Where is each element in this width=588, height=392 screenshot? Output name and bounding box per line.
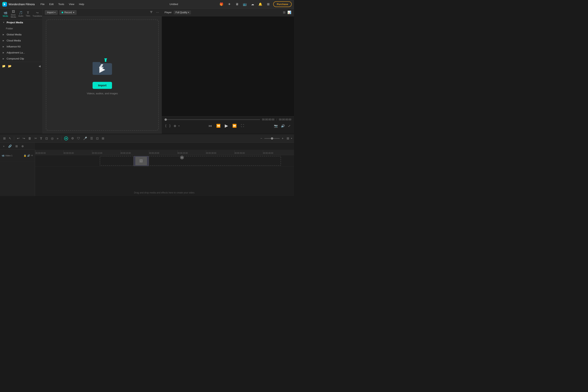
video-clip[interactable]: 🖼: [134, 156, 149, 166]
timeline-text-button[interactable]: T: [39, 136, 43, 141]
volume-button[interactable]: 🔊: [280, 123, 286, 128]
player-label: Player: [164, 11, 172, 14]
ruler-mark-3-label: 00:00:15:00: [120, 152, 131, 154]
media-toolbar: Import ▾ Record ▾ ⋯: [43, 8, 162, 16]
skip-back-button[interactable]: ⏮: [208, 123, 213, 129]
tab-audio[interactable]: 🎵 Audio: [17, 10, 25, 18]
record-button[interactable]: Record ▾: [59, 10, 76, 15]
frame-forward-button[interactable]: ⏩: [232, 123, 238, 129]
monitor-icon[interactable]: 📺: [242, 2, 248, 7]
menu-tools[interactable]: Tools: [56, 2, 66, 6]
menu-file[interactable]: File: [38, 2, 46, 6]
cloud-icon[interactable]: ☁: [250, 2, 255, 7]
menu-help[interactable]: Help: [77, 2, 86, 6]
link-button[interactable]: 🔗: [7, 144, 13, 149]
tab-titles[interactable]: T Titles: [24, 10, 32, 18]
sidebar-item-adjustment-layer[interactable]: ▶ Adjustment La...: [0, 50, 42, 56]
menu-edit[interactable]: Edit: [47, 2, 56, 6]
snapshot-button[interactable]: 📷: [273, 123, 279, 128]
timeline-shield-button[interactable]: 🛡: [76, 136, 81, 141]
magnet-button[interactable]: ⊕: [20, 144, 25, 149]
drop-icon-container: [90, 56, 115, 79]
menu-view[interactable]: View: [67, 2, 76, 6]
ruler-mark-5-label: 00:00:25:00: [178, 152, 188, 154]
controls-left: { } ⊕ ▾: [164, 123, 180, 128]
track-lock-icon[interactable]: 🔒: [24, 154, 26, 157]
svg-rect-2: [150, 12, 152, 12]
add-folder-icon[interactable]: 📁: [2, 64, 6, 68]
add-to-timeline-arrow[interactable]: ▾: [178, 125, 180, 127]
global-media-arrow: ▶: [3, 34, 5, 36]
sidebar-item-cloud-media[interactable]: ▶ Cloud Media: [0, 38, 42, 44]
timeline-select-button[interactable]: ↖: [8, 136, 12, 141]
track-eye-icon[interactable]: 👁: [31, 154, 33, 157]
timeline-undo-button[interactable]: ↩: [16, 136, 20, 141]
timeline-mic-button[interactable]: 🎤: [82, 136, 88, 141]
tab-media[interactable]: 📹 Media: [1, 10, 10, 18]
ruler-mark-5: 00:00:25:00: [178, 152, 188, 154]
frame-back-button[interactable]: ⏪: [216, 123, 221, 129]
player-chart-icon[interactable]: 📊: [288, 10, 291, 14]
collapse-sidebar-icon[interactable]: ◀: [38, 64, 41, 68]
grid-icon[interactable]: ⊞: [266, 2, 271, 7]
compound-clip-arrow: ▶: [3, 58, 5, 60]
zoom-out-button[interactable]: −: [259, 136, 263, 141]
timeline-crop-button[interactable]: ⊡: [44, 136, 49, 141]
timeline-ai-button[interactable]: [63, 136, 69, 141]
play-button[interactable]: ▶: [224, 122, 229, 129]
ruler-mark-6-label: 00:00:30:00: [206, 152, 216, 154]
timeline-speed-button[interactable]: »: [56, 136, 60, 141]
import-folder-icon[interactable]: 📂: [8, 64, 12, 68]
ruler-mark-0-label: 00:00:00:00: [36, 152, 46, 154]
track-volume-icon[interactable]: 🔊: [27, 154, 30, 157]
layout-button[interactable]: ⊞: [286, 136, 290, 141]
timeline-grid-button[interactable]: ⊞: [2, 136, 7, 141]
timeline-delete-button[interactable]: 🗑: [27, 136, 32, 141]
screen-icon[interactable]: 🖥: [234, 2, 240, 7]
pip-button[interactable]: ⤢: [287, 123, 291, 128]
timeline-redo-button[interactable]: ↪: [22, 136, 26, 141]
bell-icon[interactable]: 🔔: [258, 2, 263, 7]
timeline-list-button[interactable]: ☰: [89, 136, 94, 141]
gift-icon[interactable]: 🎁: [219, 2, 224, 7]
mark-in-button[interactable]: {: [164, 123, 167, 128]
add-to-timeline-button[interactable]: ⊕: [173, 123, 177, 128]
layout-dropdown-arrow[interactable]: ▾: [291, 137, 292, 140]
app-name: Wondershare Filmora: [8, 3, 34, 6]
progress-bar[interactable]: [164, 119, 260, 120]
import-action-button[interactable]: Import: [92, 82, 112, 89]
timeline-captions-button[interactable]: ⊡: [95, 136, 100, 141]
sidebar-item-folder[interactable]: Folder: [0, 26, 42, 32]
ruler-mark-1: 00:00:05:00: [64, 152, 74, 154]
sidebar-item-project-media[interactable]: ▼ Project Media: [0, 20, 42, 26]
sidebar-item-global-media[interactable]: ▶ Global Media: [0, 32, 42, 38]
purchase-button[interactable]: Purchase: [273, 1, 292, 7]
send-icon[interactable]: ✈: [226, 2, 232, 7]
zoom-in-button[interactable]: +: [280, 136, 285, 141]
adjustment-la-label: Adjustment La...: [6, 51, 25, 54]
controls-right: 📷 🔊 ⤢: [273, 123, 291, 128]
more-button[interactable]: ⋯: [155, 10, 160, 15]
timeline-cut-button[interactable]: ✂: [33, 136, 38, 141]
filter-button[interactable]: [149, 10, 154, 15]
zoom-slider[interactable]: [264, 138, 280, 139]
clip-add-button[interactable]: +: [180, 156, 184, 160]
add-track-button[interactable]: +: [2, 144, 6, 148]
quality-selector[interactable]: Full Quality ▾: [174, 10, 191, 14]
player-grid-icon[interactable]: ⊞: [283, 10, 286, 14]
menu-items: File Edit Tools View Help: [38, 2, 129, 6]
tab-transitions[interactable]: ↪ Transitions: [32, 10, 42, 18]
timeline-effects-button[interactable]: ⚙: [70, 136, 75, 141]
tabs-row: 📹 Media 🖼 Stock Media 🎵 Audio T Titles ↪: [0, 8, 42, 20]
import-button[interactable]: Import ▾: [45, 10, 58, 15]
timeline-subtitle-button[interactable]: ⊞: [100, 136, 106, 141]
total-time: 00:00:00:00: [279, 118, 291, 121]
tab-stock-media[interactable]: 🖼 Stock Media: [10, 9, 17, 19]
split-button[interactable]: ⊞: [14, 144, 19, 149]
zoom-thumb: [271, 137, 273, 140]
sidebar-item-influence-kit[interactable]: ▶ Influence Kit: [0, 44, 42, 50]
timeline-mask-button[interactable]: ◎: [50, 136, 55, 141]
mark-out-button[interactable]: }: [168, 123, 171, 128]
fullscreen-button[interactable]: ⛶: [240, 123, 245, 128]
sidebar-item-compound-clip[interactable]: ▶ Compound Clip: [0, 56, 42, 62]
